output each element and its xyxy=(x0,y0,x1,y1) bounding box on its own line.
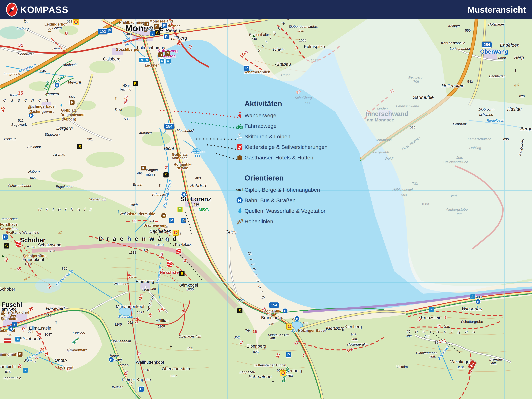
legend-item: 885 †Gipfel, Berge & Höhenangaben xyxy=(235,184,327,195)
legend-item-label: Quellen, Wasserfälle & Vegetation xyxy=(245,208,327,214)
bus-stop-icon: H xyxy=(235,197,245,204)
legend-item: Quellen, Wasserfälle & Vegetation xyxy=(235,206,327,216)
legend-item: Wanderwege xyxy=(235,110,328,121)
summit-icon: 885 † xyxy=(235,188,245,192)
legend-activities-items: WanderwegeFahrradwegeSkitouren & LoipenK… xyxy=(235,110,328,163)
kompass-logo-icon xyxy=(6,3,18,17)
hiker-icon xyxy=(235,112,245,119)
legend-item-label: Klettersteige & Seilversicherungen xyxy=(245,144,328,150)
legend-activities-title: Aktivitäten xyxy=(245,99,328,108)
legend-item: Fahrradwege xyxy=(235,121,328,131)
legend-item: Klettersteige & Seilversicherungen xyxy=(235,142,328,152)
page-title: Musteransicht xyxy=(468,5,526,14)
legend-item-label: Fahrradwege xyxy=(245,123,276,129)
legend-item: Gasthäuser, Hotels & Hütten xyxy=(235,152,328,163)
legend-orientation: Orientieren 885 †Gipfel, Berge & Höhenan… xyxy=(235,174,327,227)
spring-icon xyxy=(235,207,245,215)
brand-name: KOMPASS xyxy=(20,4,69,15)
contour-icon xyxy=(235,218,245,225)
legend-item-label: Gasthäuser, Hotels & Hütten xyxy=(245,154,313,161)
brand: KOMPASS xyxy=(6,3,69,17)
header-bar: KOMPASS Musteransicht xyxy=(0,0,532,19)
legend-item-label: Bahn, Bus & Straßen xyxy=(245,197,295,203)
skier-icon xyxy=(235,133,245,140)
legend-item-label: Wanderwege xyxy=(245,112,276,119)
legend-item-label: Höhenlinien xyxy=(245,218,273,225)
legend-item-label: Gipfel, Berge & Höhenangaben xyxy=(245,187,320,193)
legend-item: HBahn, Bus & Straßen xyxy=(235,195,327,206)
bicycle-icon xyxy=(235,122,245,130)
legend-item-label: Skitouren & Loipen xyxy=(245,133,290,140)
legend-orientation-items: 885 †Gipfel, Berge & HöhenangabenHBahn, … xyxy=(235,184,327,227)
svg-text:H: H xyxy=(238,198,241,203)
legend-item: Höhenlinien xyxy=(235,216,327,227)
legend-item: Skitouren & Loipen xyxy=(235,131,328,142)
map-page: 650IrrsbergLeidingerhofLeiten522835Sonnl… xyxy=(0,0,532,399)
legend-orientation-title: Orientieren xyxy=(245,174,327,182)
hut-icon xyxy=(235,154,245,161)
legend-activities: Aktivitäten WanderwegeFahrradwegeSkitour… xyxy=(235,99,328,163)
ladder-icon xyxy=(235,143,245,151)
